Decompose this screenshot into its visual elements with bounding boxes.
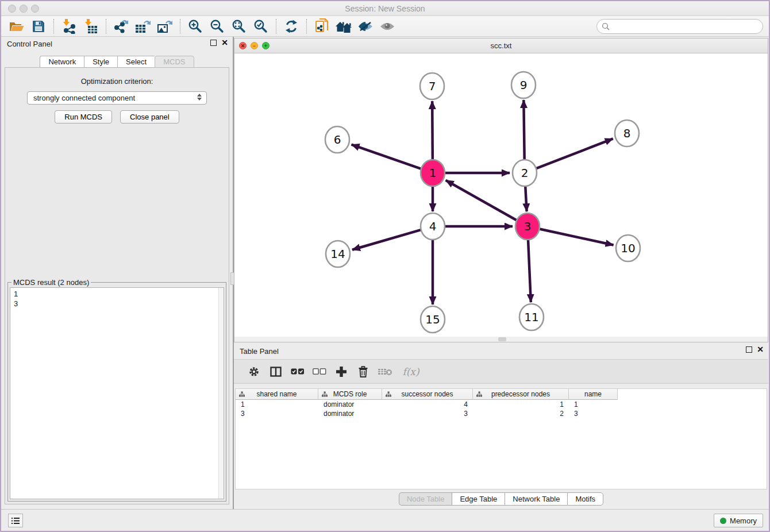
search-input[interactable] (613, 21, 763, 32)
deselect-all-checkboxes-icon[interactable] (309, 363, 330, 381)
table-row[interactable]: 3dominator323 (236, 409, 767, 418)
refresh-view-icon[interactable] (280, 18, 302, 35)
edge-2-3[interactable] (525, 184, 527, 211)
node-label-3: 3 (524, 219, 532, 233)
table-panel-tabs: Node TableEdge TableNetwork TableMotifs (234, 492, 768, 506)
zoom-fit-icon[interactable] (228, 18, 250, 35)
zoom-selected-icon[interactable] (250, 18, 272, 35)
tab-network[interactable]: Network (40, 56, 84, 68)
add-column-icon[interactable] (330, 363, 352, 381)
tab-edge-table[interactable]: Edge Table (452, 492, 505, 506)
edge-4-14[interactable] (352, 229, 422, 249)
edge-2-9[interactable] (523, 100, 524, 162)
tab-select[interactable]: Select (117, 56, 155, 68)
node-label-10: 10 (621, 241, 635, 255)
control-panel-float-icon[interactable] (210, 40, 217, 46)
optimization-criterion-label: Optimization criterion: (5, 77, 229, 86)
zoom-out-icon[interactable] (206, 18, 228, 35)
hide-selected-icon[interactable] (355, 18, 376, 35)
import-table-icon[interactable] (80, 18, 102, 35)
column-header-successor-nodes[interactable]: successor nodes (382, 389, 473, 400)
table-panel-float-icon[interactable] (746, 346, 752, 353)
node-label-11: 11 (524, 310, 538, 324)
import-network-icon[interactable] (58, 18, 80, 35)
delete-column-icon[interactable] (352, 363, 374, 381)
run-mcds-button[interactable]: Run MCDS (55, 110, 112, 124)
edge-2-8[interactable] (535, 138, 613, 169)
open-file-icon[interactable] (6, 18, 28, 35)
node-label-9: 9 (520, 78, 528, 92)
table-panel-close-icon[interactable]: ✕ (757, 346, 764, 353)
edge-3-1[interactable] (446, 180, 518, 221)
control-panel-header: Control Panel ✕ (1, 37, 233, 52)
table-panel-header: Table Panel ✕ (234, 344, 768, 358)
table-toolbar: f(x) (234, 359, 768, 384)
list-icon (11, 517, 20, 525)
edge-1-7[interactable] (432, 101, 433, 162)
mcds-result-text[interactable]: 1 3 (10, 287, 224, 499)
split-view-icon[interactable] (265, 363, 287, 381)
home-icon[interactable] (333, 18, 355, 35)
save-session-icon[interactable] (28, 18, 49, 35)
export-network-icon[interactable] (110, 18, 132, 35)
column-header-MCDS-role[interactable]: MCDS role (318, 389, 382, 400)
application-window: Session: New Session (0, 0, 770, 532)
criterion-selected-value: strongly connected component (33, 94, 135, 102)
column-header-name[interactable]: name (569, 389, 618, 400)
edge-3-11[interactable] (528, 237, 531, 302)
optimization-criterion-select[interactable]: strongly connected component (27, 91, 207, 105)
cell-MCDS-role: dominator (318, 409, 382, 418)
node-label-4: 4 (429, 219, 437, 233)
main-toolbar (1, 16, 769, 37)
tab-node-table[interactable]: Node Table (399, 492, 452, 506)
network-hscroll-handle[interactable] (498, 337, 506, 341)
column-header-shared-name[interactable]: shared name (236, 389, 318, 400)
column-type-icon (386, 391, 391, 397)
table-settings-icon[interactable] (243, 363, 265, 381)
node-label-7: 7 (429, 79, 436, 93)
memory-label: Memory (730, 516, 757, 525)
network-canvas[interactable]: 7968124314101511 (234, 54, 768, 337)
tab-mcds[interactable]: MCDS (155, 56, 194, 68)
node-label-15: 15 (425, 313, 440, 326)
control-panel: Control Panel ✕ NetworkStyleSelectMCDS O… (1, 37, 233, 509)
memory-button[interactable]: Memory (714, 514, 763, 527)
tab-style[interactable]: Style (84, 56, 117, 68)
result-scrollbar[interactable] (218, 288, 224, 499)
function-builder-icon[interactable]: f(x) (396, 363, 426, 381)
edge-3-10[interactable] (538, 229, 614, 245)
table-header-row: shared nameMCDS rolesuccessor nodesprede… (236, 389, 767, 400)
control-panel-title: Control Panel (7, 40, 52, 48)
table-row[interactable]: 1dominator411 (236, 400, 767, 409)
table-body: 1dominator4113dominator323 (236, 400, 767, 418)
column-label: shared name (256, 390, 297, 398)
cell-predecessor-nodes: 2 (473, 409, 569, 418)
search-box (596, 19, 763, 34)
column-type-icon (322, 391, 328, 397)
column-type-icon (239, 391, 245, 397)
cell-successor-nodes: 4 (382, 400, 473, 409)
close-panel-button[interactable]: Close panel (120, 110, 179, 124)
export-table-icon[interactable] (132, 18, 154, 35)
node-label-2: 2 (521, 166, 529, 180)
select-all-checkboxes-icon[interactable] (287, 363, 309, 381)
zoom-in-icon[interactable] (184, 18, 206, 35)
column-type-icon (476, 391, 482, 397)
column-label: MCDS role (333, 390, 367, 398)
toolbar-separator (180, 19, 180, 34)
toolbar-separator (306, 19, 307, 34)
right-area: ✕ − + scc.txt 7968124314101511 (234, 37, 769, 509)
control-panel-close-icon[interactable]: ✕ (221, 40, 228, 46)
tab-motifs[interactable]: Motifs (567, 492, 603, 506)
cell-shared-name: 1 (236, 400, 318, 409)
tab-network-table[interactable]: Network Table (505, 492, 567, 506)
delete-table-icon[interactable] (374, 363, 396, 381)
cell-name: 1 (569, 400, 618, 409)
network-view-window: ✕ − + scc.txt 7968124314101511 (234, 38, 768, 342)
show-all-icon[interactable] (376, 18, 398, 35)
task-history-button[interactable] (8, 514, 23, 527)
export-image-icon[interactable] (154, 18, 176, 35)
clone-network-icon[interactable] (311, 18, 333, 35)
edge-1-6[interactable] (352, 145, 423, 169)
column-header-predecessor-nodes[interactable]: predecessor nodes (473, 389, 569, 400)
